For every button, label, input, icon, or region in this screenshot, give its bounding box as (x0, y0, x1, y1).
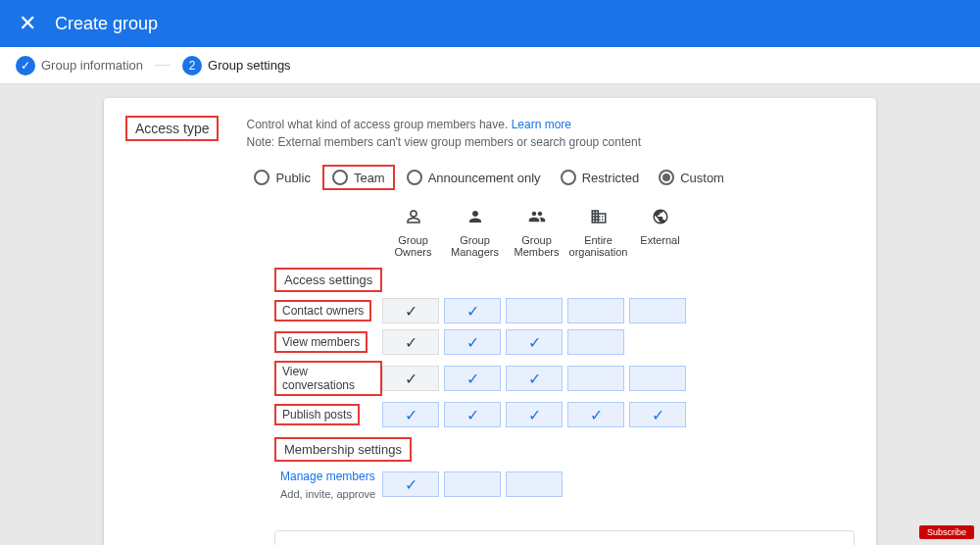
cell-toggle[interactable]: ✓ (444, 298, 501, 323)
membership-settings-title: Membership settings (274, 437, 412, 462)
radio-team[interactable]: Team (322, 165, 395, 190)
radio-label: Public (275, 171, 310, 185)
person-outline-icon (382, 208, 444, 230)
radio-public[interactable]: Public (246, 165, 318, 190)
globe-icon (629, 208, 691, 230)
cell-toggle[interactable]: ✓ (567, 402, 624, 427)
cell-toggle[interactable]: ✓ (444, 366, 501, 391)
radio-icon (407, 170, 422, 185)
learn-more-link[interactable]: Learn more (512, 118, 571, 131)
cell-toggle[interactable]: ✓ (506, 402, 563, 427)
cell-toggle[interactable]: ✓ (444, 329, 501, 355)
subscribe-button[interactable]: Subscribe (919, 525, 974, 539)
row-label: Publish posts (274, 404, 360, 425)
step-number-icon: 2 (182, 56, 202, 75)
column-group-members: GroupMembers (506, 208, 567, 258)
access-type-section: Access type Control what kind of access … (125, 116, 855, 190)
row-label: View members (274, 331, 368, 353)
row-manage-members: Manage members Add, invite, approve ✓ (274, 468, 855, 501)
column-external: External (629, 208, 691, 258)
cell-toggle[interactable]: ✓ (506, 366, 563, 391)
cell-toggle[interactable] (629, 298, 686, 323)
step-separator (155, 65, 171, 66)
access-settings-grid: GroupOwners GroupManagers GroupMembers (274, 208, 855, 545)
access-type-label: Access type (125, 116, 219, 141)
radio-label: Team (354, 171, 385, 185)
column-group-managers: GroupManagers (444, 208, 506, 258)
checkmark-icon: ✓ (16, 56, 35, 75)
cell-toggle[interactable]: ✓ (506, 329, 563, 355)
close-icon[interactable]: ✕ (16, 12, 39, 35)
cell-toggle[interactable] (506, 471, 563, 497)
row-sublabel: Add, invite, approve (274, 488, 381, 500)
cell-toggle[interactable]: ✓ (382, 471, 439, 497)
column-entire-organisation: Entireorganisation (567, 208, 629, 258)
access-type-description: Control what kind of access group member… (246, 116, 731, 190)
note-prefix: Note (246, 135, 270, 149)
row-contact-owners: Contact owners ✓ ✓ (274, 298, 855, 323)
row-publish-posts: Publish posts ✓ ✓ ✓ ✓ ✓ (274, 402, 855, 427)
header-bar: ✕ Create group (0, 0, 980, 47)
person-icon (444, 208, 506, 230)
settings-card: Access type Control what kind of access … (104, 98, 876, 545)
row-label[interactable]: Manage members (274, 468, 381, 485)
row-view-members: View members ✓ ✓ ✓ (274, 329, 855, 355)
cell-toggle[interactable]: ✓ (382, 402, 439, 427)
stepper: ✓ Group information 2 Group settings (0, 47, 980, 84)
understand-access-settings-info: i Understand access settings Contact own… (274, 530, 855, 545)
cell-toggle[interactable] (567, 298, 624, 323)
cell-toggle[interactable] (567, 366, 624, 391)
step-group-settings[interactable]: 2 Group settings (182, 56, 291, 75)
access-type-radio-group: Public Team Announcement only Restricted (246, 165, 731, 190)
page-body: Access type Control what kind of access … (0, 84, 980, 545)
radio-label: Custom (680, 171, 724, 185)
cell-toggle[interactable] (629, 366, 686, 391)
step-label: Group information (41, 58, 143, 73)
access-desc-text: Control what kind of access group member… (246, 118, 511, 131)
cell-toggle[interactable]: ✓ (382, 298, 439, 323)
organisation-icon (567, 208, 629, 230)
note-text: : External members can't view group memb… (271, 135, 641, 149)
cell-toggle[interactable] (567, 329, 624, 355)
cell-toggle[interactable]: ✓ (629, 402, 686, 427)
radio-icon (561, 170, 576, 185)
radio-label: Announcement only (428, 171, 541, 185)
page-title: Create group (55, 14, 158, 34)
radio-label: Restricted (582, 171, 640, 185)
row-label: View conversations (274, 361, 382, 396)
row-label: Contact owners (274, 300, 371, 322)
cell-toggle[interactable]: ✓ (382, 366, 439, 391)
row-view-conversations: View conversations ✓ ✓ ✓ (274, 361, 855, 396)
radio-custom[interactable]: Custom (651, 165, 732, 190)
radio-icon (254, 170, 270, 185)
cell-toggle[interactable]: ✓ (444, 402, 501, 427)
radio-icon (659, 170, 674, 185)
step-group-information[interactable]: ✓ Group information (16, 56, 143, 75)
radio-restricted[interactable]: Restricted (553, 165, 648, 190)
column-group-owners: GroupOwners (382, 208, 444, 258)
cell-toggle[interactable] (506, 298, 563, 323)
step-label: Group settings (208, 58, 291, 73)
radio-icon (332, 170, 348, 185)
cell-toggle[interactable] (444, 471, 501, 497)
cell-toggle[interactable]: ✓ (382, 329, 439, 355)
radio-announcement-only[interactable]: Announcement only (399, 165, 549, 190)
group-icon (506, 208, 567, 230)
column-headers: GroupOwners GroupManagers GroupMembers (382, 208, 855, 258)
access-settings-title: Access settings (274, 268, 382, 292)
